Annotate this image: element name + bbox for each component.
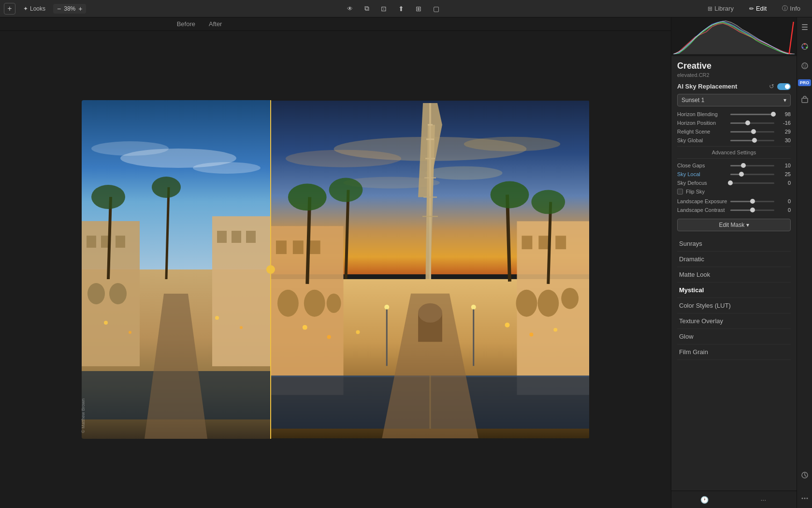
grid-button[interactable]: ⊞	[412, 3, 425, 14]
svg-point-68	[418, 303, 442, 323]
layers-icon-button[interactable]	[799, 21, 811, 33]
module-title: AI Sky Replacement	[677, 83, 737, 90]
slider-track-wrap-5[interactable]	[730, 165, 774, 166]
svg-point-92	[801, 498, 803, 499]
crop-icon: ⊡	[381, 5, 387, 13]
svg-point-56	[288, 184, 327, 211]
module-reset-button[interactable]: ↺	[769, 83, 774, 90]
edit-icon: ✏	[749, 5, 754, 12]
creative-item-dramatic[interactable]: Dramatic	[677, 252, 791, 267]
after-image	[271, 100, 589, 439]
slider-track-wrap-6[interactable]	[730, 174, 774, 175]
slider-row-sky-defocus: Sky Defocus 0	[677, 180, 791, 186]
slider-row-close-gaps: Close Gaps 10	[677, 163, 791, 168]
svg-rect-13	[232, 231, 241, 243]
eye-button[interactable]: 👁	[343, 4, 357, 14]
window-icon: ▢	[433, 5, 439, 13]
svg-point-78	[471, 305, 476, 310]
looks-button[interactable]: ✦ Looks	[19, 4, 49, 14]
slider-label-horizon-blending: Horizon Blending	[677, 111, 730, 117]
sky-selector[interactable]: Sunset 1 ▾	[677, 94, 791, 106]
svg-rect-6	[87, 236, 96, 248]
sky-selector-value: Sunset 1	[682, 97, 704, 104]
dots-icon-button[interactable]	[799, 493, 811, 504]
bag-icon-button[interactable]	[799, 94, 811, 105]
slider-track-wrap-3[interactable]	[730, 131, 774, 133]
module-header: AI Sky Replacement ↺	[677, 83, 791, 90]
zoom-value: 38%	[64, 5, 75, 12]
compare-icon: ⧉	[364, 4, 369, 13]
pro-badge: PRO	[798, 79, 812, 86]
flip-sky-checkbox[interactable]	[677, 189, 683, 194]
zoom-control: − 38% +	[53, 4, 86, 14]
svg-point-3	[193, 162, 261, 174]
creative-item-mystical[interactable]: Mystical	[677, 283, 791, 298]
slider-row-sky-local: Sky Local 25	[677, 171, 791, 177]
smiley-icon-button[interactable]	[799, 60, 811, 72]
share-icon: ⬆	[398, 5, 404, 13]
svg-rect-8	[116, 236, 125, 248]
right-panel: Creative elevated.CR2 AI Sky Replacement…	[671, 17, 797, 508]
image-container[interactable]: © Matthew Brown	[0, 31, 671, 508]
svg-point-62	[531, 190, 565, 214]
svg-rect-80	[802, 24, 808, 25]
tab-info[interactable]: ⓘ Info	[774, 2, 808, 15]
svg-point-45	[277, 290, 299, 317]
advanced-settings-toggle[interactable]: Advanced Settings	[677, 146, 791, 159]
compare-button[interactable]: ⧉	[361, 3, 373, 14]
after-label: After	[203, 20, 671, 28]
slider-row-horizon-blending: Horizon Blending 98	[677, 111, 791, 117]
slider-value-close-gaps: 10	[777, 163, 791, 168]
svg-point-74	[553, 328, 557, 332]
svg-point-94	[806, 498, 808, 499]
slider-label-close-gaps: Close Gaps	[677, 163, 730, 168]
creative-item-glow[interactable]: Glow	[677, 329, 791, 344]
creative-item-color-styles[interactable]: Color Styles (LUT)	[677, 298, 791, 314]
slider-row-relight-scene: Relight Scene 29	[677, 129, 791, 134]
slider-track-wrap-8[interactable]	[730, 201, 774, 202]
add-button[interactable]: +	[4, 3, 15, 15]
eye-icon: 👁	[347, 5, 353, 12]
histogram	[671, 17, 797, 56]
zoom-plus-button[interactable]: +	[77, 5, 83, 13]
window-button[interactable]: ▢	[429, 3, 443, 14]
crop-button[interactable]: ⊡	[377, 3, 391, 14]
svg-point-46	[304, 290, 325, 317]
library-icon: ⊞	[708, 5, 712, 12]
slider-track-wrap-9[interactable]	[730, 209, 774, 211]
flip-sky-row: Flip Sky	[677, 189, 791, 194]
svg-point-72	[505, 323, 510, 328]
slider-track-wrap[interactable]	[730, 114, 774, 115]
creative-item-sunrays[interactable]: Sunrays	[677, 236, 791, 252]
zoom-minus-button[interactable]: −	[56, 5, 62, 13]
svg-point-53	[537, 290, 559, 317]
svg-point-60	[491, 181, 529, 209]
slider-value-horizon-position: -16	[777, 120, 791, 126]
clock-icon-button[interactable]	[799, 469, 811, 481]
svg-line-79	[789, 22, 794, 54]
sliders-group: Horizon Blending 98 Horizon Position	[677, 111, 791, 143]
image-viewer: Before After	[0, 17, 671, 508]
slider-track-wrap-4[interactable]	[730, 140, 774, 141]
svg-point-86	[802, 47, 803, 48]
svg-point-58	[329, 178, 363, 202]
share-button[interactable]: ⬆	[394, 3, 408, 14]
slider-track-wrap-2[interactable]	[730, 122, 774, 124]
palette-icon-button[interactable]	[799, 41, 811, 52]
slider-value-sky-global: 30	[777, 137, 791, 143]
tab-edit[interactable]: ✏ Edit	[741, 3, 774, 14]
tab-library[interactable]: ⊞ Library	[700, 3, 741, 14]
before-image	[82, 100, 270, 439]
svg-point-28	[464, 137, 560, 151]
svg-point-76	[384, 305, 389, 310]
split-handle[interactable]	[266, 265, 275, 274]
creative-item-film-grain[interactable]: Film Grain	[677, 344, 791, 360]
creative-item-matte-look[interactable]: Matte Look	[677, 267, 791, 283]
edit-mask-button[interactable]: Edit Mask ▾	[677, 219, 791, 231]
svg-point-27	[286, 150, 401, 167]
bottom-clock-button[interactable]: 🕐	[699, 494, 710, 506]
creative-item-texture-overlay[interactable]: Texture Overlay	[677, 314, 791, 329]
module-toggle[interactable]	[777, 83, 791, 90]
bottom-more-button[interactable]: ···	[757, 494, 769, 506]
slider-track-wrap-7[interactable]	[730, 182, 774, 184]
